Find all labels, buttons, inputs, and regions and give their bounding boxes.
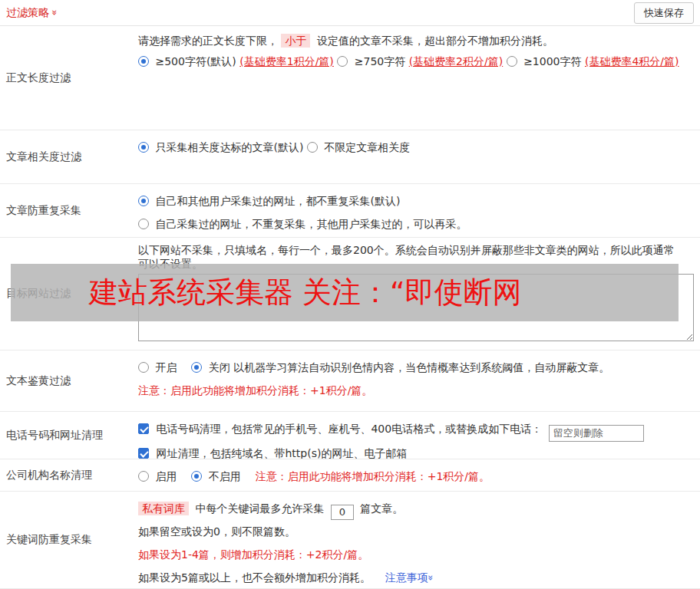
row-label-dedupe: 文章防重复采集 xyxy=(0,184,138,237)
option-label: ≥500字符(默认) xyxy=(155,55,239,67)
company-option-off[interactable]: 不启用 xyxy=(191,470,244,482)
row-label-phone-url: 电话号码和网址清理 xyxy=(0,412,138,459)
target-site-intro: 以下网站不采集，只填域名，每行一个，最多200个。系统会自动识别并屏蔽那些非文章… xyxy=(138,243,685,271)
radio-icon[interactable] xyxy=(191,362,202,373)
row-label-porn: 文本鉴黄过滤 xyxy=(0,350,138,411)
porn-option-off[interactable]: 关闭 xyxy=(191,361,233,373)
blocked-sites-textarea[interactable] xyxy=(138,274,694,341)
row-keyword-dedupe: 关键词防重复采集 私有词库 中每个关键词最多允许采集 篇文章。 如果留空或设为0… xyxy=(0,492,700,589)
notes-link[interactable]: 注意事项» xyxy=(385,571,434,584)
option-label: 自己和其他用户采集过的网址，都不重复采集(默认) xyxy=(155,195,400,207)
chevron-down-icon: » xyxy=(51,9,61,15)
row-target-site-filter: 目标网站过滤 以下网站不采集，只填域名，每行一个，最多200个。系统会自动识别并… xyxy=(0,238,700,350)
relevance-option-strict[interactable]: 只采集相关度达标的文章(默认) xyxy=(138,141,307,153)
row-label-company: 公司机构名称清理 xyxy=(0,459,138,491)
keyword-note-five: 如果设为5篇或以上，也不会额外增加积分消耗。 注意事项» xyxy=(138,566,694,589)
chevron-down-icon: » xyxy=(426,575,436,581)
page-title[interactable]: 过滤策略 » xyxy=(6,6,58,20)
notes-link-text: 注意事项 xyxy=(385,571,428,584)
row-content-body-length: 请选择需求的正文长度下限， 小于 设定值的文章不采集，超出部分不增加积分消耗。 … xyxy=(138,26,700,130)
keyword-limit-text: 中每个关键词最多允许采集 xyxy=(195,502,324,515)
row-label-target-site: 目标网站过滤 xyxy=(0,238,138,350)
radio-icon[interactable] xyxy=(138,362,149,373)
row-content-target-site: 以下网站不采集，只填域名，每行一个，最多200个。系统会自动识别并屏蔽那些非文章… xyxy=(138,238,700,350)
private-lexicon-highlight: 私有词库 xyxy=(138,502,189,515)
length-option-500[interactable]: ≥500字符(默认) (基础费率1积分/篇) xyxy=(138,55,337,67)
row-label-body-length: 正文长度过滤 xyxy=(0,26,138,130)
company-options-line: 启用 不启用 注意：启用此功能将增加积分消耗：+1积分/篇。 xyxy=(138,465,694,488)
replacement-phone-input[interactable] xyxy=(549,425,644,442)
radio-icon[interactable] xyxy=(138,219,149,229)
checkbox-icon[interactable] xyxy=(138,423,149,434)
dedupe-option-global[interactable]: 自己和其他用户采集过的网址，都不重复采集(默认) xyxy=(138,195,400,207)
quick-save-button[interactable]: 快速保存 xyxy=(634,2,694,24)
row-relevance-filter: 文章相关度过滤 只采集相关度达标的文章(默认) 不限定文章相关度 xyxy=(0,130,700,184)
keyword-cost-note: 如果设为1-4篇，则增加积分消耗：+2积分/篇。 xyxy=(138,543,694,566)
length-option-750[interactable]: ≥750字符 (基础费率2积分/篇) xyxy=(337,55,506,67)
body-length-intro: 请选择需求的正文长度下限， 小于 设定值的文章不采集，超出部分不增加积分消耗。 xyxy=(138,33,694,48)
row-content-keyword: 私有词库 中每个关键词最多允许采集 篇文章。 如果留空或设为0，则不限篇数。 如… xyxy=(138,492,700,588)
porn-cost-note: 注意：启用此功能将增加积分消耗：+1积分/篇。 xyxy=(138,379,694,402)
porn-option-on[interactable]: 开启 xyxy=(138,361,180,373)
row-label-relevance: 文章相关度过滤 xyxy=(0,130,138,183)
relevance-option-any[interactable]: 不限定文章相关度 xyxy=(307,141,410,153)
radio-icon[interactable] xyxy=(507,56,517,67)
page-title-text: 过滤策略 xyxy=(6,6,49,18)
keyword-limit-suffix: 篇文章。 xyxy=(360,502,403,515)
keyword-note-five-text: 如果设为5篇或以上，也不会额外增加积分消耗。 xyxy=(138,571,371,584)
intro-highlight-less-than: 小于 xyxy=(281,34,310,48)
company-option-on[interactable]: 启用 xyxy=(138,470,180,482)
radio-icon[interactable] xyxy=(138,142,149,153)
length-option-1000[interactable]: ≥1000字符 (基础费率4积分/篇) xyxy=(507,55,679,67)
option-fee-note: (基础费率2积分/篇) xyxy=(409,55,504,67)
option-label: ≥1000字符 xyxy=(523,55,585,67)
row-content-dedupe: 自己和其他用户采集过的网址，都不重复采集(默认) 自己采集过的网址，不重复采集，… xyxy=(138,184,700,237)
row-content-porn: 开启 关闭 以机器学习算法自动识别色情内容，当色情概率达到系统阈值，自动屏蔽文章… xyxy=(138,350,700,411)
checkbox-icon[interactable] xyxy=(138,448,149,459)
option-label: 启用 xyxy=(155,470,177,482)
row-porn-filter: 文本鉴黄过滤 开启 关闭 以机器学习算法自动识别色情内容，当色情概率达到系统阈值… xyxy=(0,350,700,412)
row-label-keyword: 关键词防重复采集 xyxy=(0,492,138,588)
intro-text-post: 设定值的文章不采集，超出部分不增加积分消耗。 xyxy=(317,35,553,47)
porn-description: 以机器学习算法自动识别色情内容，当色情概率达到系统阈值，自动屏蔽文章。 xyxy=(233,361,609,373)
radio-icon[interactable] xyxy=(138,56,149,67)
option-label: 开启 xyxy=(155,361,177,373)
phone-cleanup-option[interactable]: 电话号码清理，包括常见的手机号、座机号、400电话格式，或替换成如下电话： xyxy=(138,423,546,435)
option-label: 自己采集过的网址，不重复采集，其他用户采集过的，可以再采。 xyxy=(155,218,467,230)
phone-cleanup-line: 电话号码清理，包括常见的手机号、座机号、400电话格式，或替换成如下电话： xyxy=(138,417,694,442)
company-cost-note: 注意：启用此功能将增加积分消耗：+1积分/篇。 xyxy=(256,470,490,482)
porn-options-line: 开启 关闭 以机器学习算法自动识别色情内容，当色情概率达到系统阈值，自动屏蔽文章… xyxy=(138,356,694,379)
radio-icon[interactable] xyxy=(138,196,149,206)
row-phone-url-cleanup: 电话号码和网址清理 电话号码清理，包括常见的手机号、座机号、400电话格式，或替… xyxy=(0,412,700,459)
url-cleanup-option[interactable]: 网址清理，包括纯域名、带http(s)的网址、电子邮箱 xyxy=(138,447,407,459)
row-dedupe-filter: 文章防重复采集 自己和其他用户采集过的网址，都不重复采集(默认) 自己采集过的网… xyxy=(0,184,700,238)
option-fee-note: (基础费率4积分/篇) xyxy=(585,55,679,67)
keyword-note-zero: 如果留空或设为0，则不限篇数。 xyxy=(138,520,694,543)
row-content-company: 启用 不启用 注意：启用此功能将增加积分消耗：+1积分/篇。 xyxy=(138,459,700,491)
option-label: 电话号码清理，包括常见的手机号、座机号、400电话格式，或替换成如下电话： xyxy=(156,423,542,435)
radio-icon[interactable] xyxy=(191,471,202,482)
option-label: 不限定文章相关度 xyxy=(324,141,410,153)
keyword-count-input[interactable] xyxy=(331,505,354,520)
keyword-limit-line: 私有词库 中每个关键词最多允许采集 篇文章。 xyxy=(138,497,694,520)
dedupe-option-self-only[interactable]: 自己采集过的网址，不重复采集，其他用户采集过的，可以再采。 xyxy=(138,218,467,230)
row-content-relevance: 只采集相关度达标的文章(默认) 不限定文章相关度 xyxy=(138,130,700,183)
option-label: 关闭 xyxy=(209,361,230,373)
radio-icon[interactable] xyxy=(337,56,348,67)
row-body-length-filter: 正文长度过滤 请选择需求的正文长度下限， 小于 设定值的文章不采集，超出部分不增… xyxy=(0,26,700,130)
option-label: 只采集相关度达标的文章(默认) xyxy=(155,141,303,153)
intro-text-pre: 请选择需求的正文长度下限， xyxy=(138,35,278,47)
page-header: 过滤策略 » 快速保存 xyxy=(0,0,700,26)
radio-icon[interactable] xyxy=(307,142,318,153)
option-label: 网址清理，包括纯域名、带http(s)的网址、电子邮箱 xyxy=(156,447,407,459)
row-content-phone-url: 电话号码清理，包括常见的手机号、座机号、400电话格式，或替换成如下电话： 网址… xyxy=(138,412,700,459)
row-company-cleanup: 公司机构名称清理 启用 不启用 注意：启用此功能将增加积分消耗：+1积分/篇。 xyxy=(0,459,700,492)
option-label: 不启用 xyxy=(209,470,241,482)
filter-strategy-page: 过滤策略 » 快速保存 正文长度过滤 请选择需求的正文长度下限， 小于 设定值的… xyxy=(0,0,700,589)
url-cleanup-line: 网址清理，包括纯域名、带http(s)的网址、电子邮箱 xyxy=(138,442,694,460)
option-fee-note: (基础费率1积分/篇) xyxy=(239,55,334,67)
option-label: ≥750字符 xyxy=(355,55,409,67)
radio-icon[interactable] xyxy=(138,471,149,482)
